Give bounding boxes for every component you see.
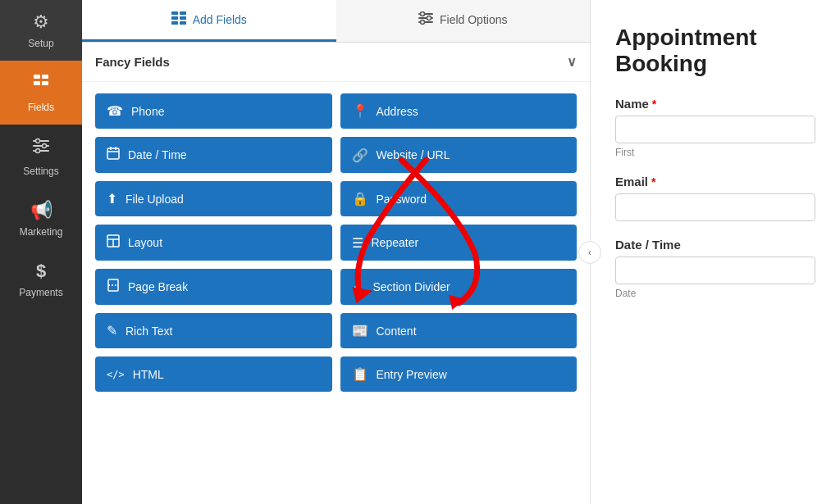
payments-icon: $	[36, 261, 46, 282]
field-btn-file-upload-label: File Upload	[126, 193, 184, 206]
field-btn-password[interactable]: 🔒 Password	[340, 181, 578, 216]
form-sub-label-name: First	[615, 147, 815, 158]
svg-rect-0	[34, 75, 40, 79]
form-input-email[interactable]	[615, 193, 815, 221]
field-btn-website-url[interactable]: 🔗 Website / URL	[340, 137, 578, 173]
form-input-name[interactable]	[615, 116, 815, 143]
svg-rect-2	[34, 81, 40, 85]
collapse-icon: ‹	[588, 247, 591, 258]
required-star-name: *	[652, 98, 656, 111]
form-field-datetime: Date / Time Date	[615, 238, 815, 299]
svg-rect-10	[171, 11, 178, 15]
tab-field-options-label: Field Options	[440, 13, 507, 26]
field-btn-rich-text[interactable]: ✎ Rich Text	[95, 313, 332, 348]
sidebar-item-label: Setup	[28, 38, 53, 49]
form-label-datetime: Date / Time	[615, 238, 815, 252]
form-label-email: Email *	[615, 175, 815, 188]
marketing-icon: 📢	[30, 200, 52, 221]
field-btn-website-url-label: Website / URL	[377, 148, 450, 161]
sidebar: ⚙ Setup Fields Settings 📢	[0, 0, 82, 504]
sidebar-item-setup[interactable]: ⚙ Setup	[0, 0, 82, 61]
field-btn-section-divider-label: Section Divider	[373, 280, 450, 293]
field-btn-page-break-label: Page Break	[128, 280, 188, 293]
form-field-name: Name * First	[615, 97, 815, 158]
field-btn-phone[interactable]: ☎ Phone	[95, 93, 332, 129]
svg-point-7	[36, 139, 40, 143]
field-btn-entry-preview[interactable]: 📋 Entry Preview	[340, 356, 578, 392]
preview-inner: Appointment Booking Name * First Email *	[591, 0, 840, 504]
svg-point-9	[36, 149, 40, 153]
sidebar-item-payments[interactable]: $ Payments	[0, 249, 82, 310]
file-upload-icon: ⬆	[107, 191, 117, 207]
field-btn-section-divider[interactable]: ↔ Section Divider	[340, 269, 578, 305]
field-btn-content[interactable]: 📰 Content	[340, 313, 578, 348]
form-input-datetime[interactable]	[615, 257, 815, 284]
svg-point-19	[421, 12, 425, 16]
sidebar-item-label: Marketing	[20, 226, 63, 238]
field-btn-address-label: Address	[377, 105, 418, 118]
website-url-icon: 🔗	[352, 148, 368, 163]
form-title: Appointment Booking	[615, 25, 815, 77]
section-divider-icon: ↔	[352, 279, 365, 294]
tab-add-fields[interactable]: Add Fields	[82, 0, 336, 42]
fancy-fields-header: Fancy Fields ∨	[82, 43, 590, 82]
form-field-email: Email *	[615, 175, 815, 221]
sidebar-item-label: Fields	[28, 102, 54, 113]
panel-collapse-handle[interactable]: ‹	[578, 241, 601, 264]
tab-add-fields-label: Add Fields	[193, 13, 247, 26]
field-btn-date-time[interactable]: Date / Time	[95, 137, 332, 173]
field-btn-file-upload[interactable]: ⬆ File Upload	[95, 181, 332, 216]
field-btn-date-time-label: Date / Time	[128, 148, 187, 161]
tabs-bar: Add Fields Field Options	[82, 0, 590, 43]
content-icon: 📰	[352, 323, 368, 338]
settings-icon	[31, 136, 51, 161]
main-area: Add Fields Field Options Fancy	[82, 0, 840, 504]
field-btn-entry-preview-label: Entry Preview	[377, 368, 447, 381]
sidebar-item-label: Payments	[19, 287, 62, 298]
entry-preview-icon: 📋	[352, 366, 368, 382]
layout-icon	[107, 234, 120, 251]
field-btn-phone-label: Phone	[131, 105, 164, 118]
form-label-name: Name *	[615, 97, 815, 111]
fields-icon	[31, 72, 51, 97]
svg-point-21	[421, 20, 425, 25]
preview-panel: Appointment Booking Name * First Email *	[591, 0, 840, 504]
svg-rect-11	[180, 11, 186, 15]
field-btn-repeater[interactable]: ☰ Repeater	[340, 225, 578, 261]
field-options-tab-icon	[418, 11, 433, 28]
date-time-icon	[107, 147, 120, 163]
fields-grid: ☎ Phone 📍 Address Date / Time	[82, 82, 590, 403]
field-btn-html[interactable]: </> HTML	[95, 356, 332, 392]
add-fields-tab-icon	[171, 11, 186, 28]
field-btn-rich-text-label: Rich Text	[126, 325, 172, 338]
sidebar-item-settings[interactable]: Settings	[0, 125, 82, 188]
fancy-fields-collapse-icon[interactable]: ∨	[567, 54, 577, 70]
tab-field-options[interactable]: Field Options	[336, 0, 591, 42]
sidebar-item-marketing[interactable]: 📢 Marketing	[0, 188, 82, 249]
field-btn-password-label: Password	[377, 193, 427, 206]
rich-text-icon: ✎	[107, 323, 117, 338]
svg-rect-15	[180, 21, 186, 25]
field-btn-layout-label: Layout	[128, 236, 162, 249]
svg-rect-3	[42, 81, 48, 85]
field-btn-layout[interactable]: Layout	[95, 225, 332, 261]
page-break-icon	[107, 279, 120, 295]
fields-panel: Add Fields Field Options Fancy	[82, 0, 591, 504]
address-icon: 📍	[352, 103, 368, 119]
field-btn-html-label: HTML	[133, 368, 164, 381]
svg-rect-1	[42, 75, 48, 79]
fancy-fields-title: Fancy Fields	[95, 55, 170, 69]
svg-rect-14	[171, 21, 178, 25]
field-btn-address[interactable]: 📍 Address	[340, 93, 578, 129]
sidebar-item-label: Settings	[23, 166, 58, 177]
sidebar-item-fields[interactable]: Fields	[0, 61, 82, 125]
svg-point-8	[43, 144, 47, 148]
svg-rect-12	[171, 16, 178, 20]
field-btn-content-label: Content	[377, 325, 417, 338]
phone-icon: ☎	[107, 103, 123, 119]
svg-rect-13	[180, 16, 186, 20]
form-sub-label-datetime: Date	[615, 288, 815, 299]
field-btn-page-break[interactable]: Page Break	[95, 269, 332, 305]
gear-icon: ⚙	[33, 11, 49, 33]
field-btn-repeater-label: Repeater	[372, 236, 419, 249]
